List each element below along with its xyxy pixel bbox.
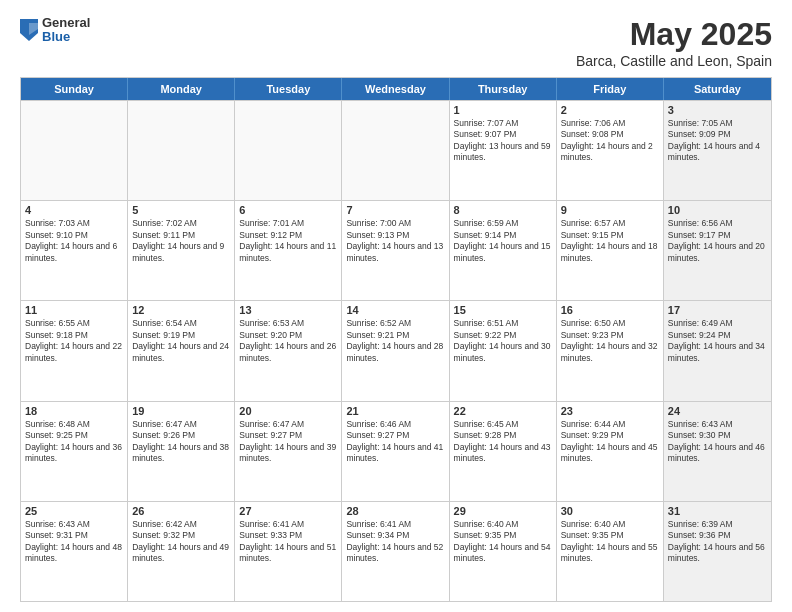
day-number: 29 <box>454 505 552 517</box>
calendar-cell <box>21 101 128 200</box>
cell-info: Sunrise: 6:41 AM Sunset: 9:33 PM Dayligh… <box>239 519 337 565</box>
logo-blue-text: Blue <box>42 30 90 44</box>
header: General Blue May 2025 Barca, Castille an… <box>20 16 772 69</box>
logo: General Blue <box>20 16 90 45</box>
day-number: 10 <box>668 204 767 216</box>
calendar-cell: 25Sunrise: 6:43 AM Sunset: 9:31 PM Dayli… <box>21 502 128 601</box>
logo-icon <box>20 19 38 41</box>
cell-info: Sunrise: 6:51 AM Sunset: 9:22 PM Dayligh… <box>454 318 552 364</box>
day-number: 18 <box>25 405 123 417</box>
calendar-cell: 10Sunrise: 6:56 AM Sunset: 9:17 PM Dayli… <box>664 201 771 300</box>
day-number: 1 <box>454 104 552 116</box>
day-number: 25 <box>25 505 123 517</box>
cell-info: Sunrise: 6:43 AM Sunset: 9:30 PM Dayligh… <box>668 419 767 465</box>
cell-info: Sunrise: 6:42 AM Sunset: 9:32 PM Dayligh… <box>132 519 230 565</box>
day-number: 7 <box>346 204 444 216</box>
calendar-week-row: 25Sunrise: 6:43 AM Sunset: 9:31 PM Dayli… <box>21 501 771 601</box>
cell-info: Sunrise: 6:53 AM Sunset: 9:20 PM Dayligh… <box>239 318 337 364</box>
cell-info: Sunrise: 6:47 AM Sunset: 9:26 PM Dayligh… <box>132 419 230 465</box>
calendar-day-header: Friday <box>557 78 664 100</box>
day-number: 22 <box>454 405 552 417</box>
calendar-cell: 15Sunrise: 6:51 AM Sunset: 9:22 PM Dayli… <box>450 301 557 400</box>
calendar-cell: 6Sunrise: 7:01 AM Sunset: 9:12 PM Daylig… <box>235 201 342 300</box>
calendar-cell: 14Sunrise: 6:52 AM Sunset: 9:21 PM Dayli… <box>342 301 449 400</box>
calendar-cell: 24Sunrise: 6:43 AM Sunset: 9:30 PM Dayli… <box>664 402 771 501</box>
day-number: 8 <box>454 204 552 216</box>
day-number: 11 <box>25 304 123 316</box>
day-number: 17 <box>668 304 767 316</box>
day-number: 20 <box>239 405 337 417</box>
day-number: 26 <box>132 505 230 517</box>
logo-general-text: General <box>42 16 90 30</box>
day-number: 12 <box>132 304 230 316</box>
cell-info: Sunrise: 6:48 AM Sunset: 9:25 PM Dayligh… <box>25 419 123 465</box>
cell-info: Sunrise: 6:47 AM Sunset: 9:27 PM Dayligh… <box>239 419 337 465</box>
day-number: 6 <box>239 204 337 216</box>
cell-info: Sunrise: 6:50 AM Sunset: 9:23 PM Dayligh… <box>561 318 659 364</box>
calendar-cell <box>342 101 449 200</box>
subtitle: Barca, Castille and Leon, Spain <box>576 53 772 69</box>
cell-info: Sunrise: 7:06 AM Sunset: 9:08 PM Dayligh… <box>561 118 659 164</box>
calendar-cell: 27Sunrise: 6:41 AM Sunset: 9:33 PM Dayli… <box>235 502 342 601</box>
calendar-day-header: Monday <box>128 78 235 100</box>
calendar-week-row: 1Sunrise: 7:07 AM Sunset: 9:07 PM Daylig… <box>21 100 771 200</box>
calendar-day-header: Wednesday <box>342 78 449 100</box>
day-number: 14 <box>346 304 444 316</box>
calendar-cell: 22Sunrise: 6:45 AM Sunset: 9:28 PM Dayli… <box>450 402 557 501</box>
day-number: 5 <box>132 204 230 216</box>
calendar-cell: 8Sunrise: 6:59 AM Sunset: 9:14 PM Daylig… <box>450 201 557 300</box>
calendar-body: 1Sunrise: 7:07 AM Sunset: 9:07 PM Daylig… <box>21 100 771 601</box>
calendar-cell: 28Sunrise: 6:41 AM Sunset: 9:34 PM Dayli… <box>342 502 449 601</box>
calendar-cell: 19Sunrise: 6:47 AM Sunset: 9:26 PM Dayli… <box>128 402 235 501</box>
calendar-cell: 16Sunrise: 6:50 AM Sunset: 9:23 PM Dayli… <box>557 301 664 400</box>
calendar-week-row: 4Sunrise: 7:03 AM Sunset: 9:10 PM Daylig… <box>21 200 771 300</box>
day-number: 2 <box>561 104 659 116</box>
calendar-cell: 12Sunrise: 6:54 AM Sunset: 9:19 PM Dayli… <box>128 301 235 400</box>
calendar-cell: 20Sunrise: 6:47 AM Sunset: 9:27 PM Dayli… <box>235 402 342 501</box>
cell-info: Sunrise: 7:03 AM Sunset: 9:10 PM Dayligh… <box>25 218 123 264</box>
cell-info: Sunrise: 6:59 AM Sunset: 9:14 PM Dayligh… <box>454 218 552 264</box>
calendar-day-header: Tuesday <box>235 78 342 100</box>
calendar-cell <box>235 101 342 200</box>
calendar-cell: 23Sunrise: 6:44 AM Sunset: 9:29 PM Dayli… <box>557 402 664 501</box>
cell-info: Sunrise: 6:54 AM Sunset: 9:19 PM Dayligh… <box>132 318 230 364</box>
day-number: 13 <box>239 304 337 316</box>
calendar-day-header: Saturday <box>664 78 771 100</box>
logo-text: General Blue <box>42 16 90 45</box>
calendar-cell: 30Sunrise: 6:40 AM Sunset: 9:35 PM Dayli… <box>557 502 664 601</box>
day-number: 24 <box>668 405 767 417</box>
calendar-cell: 11Sunrise: 6:55 AM Sunset: 9:18 PM Dayli… <box>21 301 128 400</box>
day-number: 28 <box>346 505 444 517</box>
calendar-cell: 1Sunrise: 7:07 AM Sunset: 9:07 PM Daylig… <box>450 101 557 200</box>
day-number: 27 <box>239 505 337 517</box>
calendar-cell: 17Sunrise: 6:49 AM Sunset: 9:24 PM Dayli… <box>664 301 771 400</box>
calendar-cell <box>128 101 235 200</box>
cell-info: Sunrise: 6:45 AM Sunset: 9:28 PM Dayligh… <box>454 419 552 465</box>
cell-info: Sunrise: 7:01 AM Sunset: 9:12 PM Dayligh… <box>239 218 337 264</box>
day-number: 16 <box>561 304 659 316</box>
calendar-cell: 29Sunrise: 6:40 AM Sunset: 9:35 PM Dayli… <box>450 502 557 601</box>
calendar-cell: 21Sunrise: 6:46 AM Sunset: 9:27 PM Dayli… <box>342 402 449 501</box>
main-title: May 2025 <box>576 16 772 53</box>
cell-info: Sunrise: 6:52 AM Sunset: 9:21 PM Dayligh… <box>346 318 444 364</box>
page: General Blue May 2025 Barca, Castille an… <box>0 0 792 612</box>
calendar-week-row: 18Sunrise: 6:48 AM Sunset: 9:25 PM Dayli… <box>21 401 771 501</box>
calendar-cell: 4Sunrise: 7:03 AM Sunset: 9:10 PM Daylig… <box>21 201 128 300</box>
cell-info: Sunrise: 7:00 AM Sunset: 9:13 PM Dayligh… <box>346 218 444 264</box>
cell-info: Sunrise: 6:40 AM Sunset: 9:35 PM Dayligh… <box>561 519 659 565</box>
cell-info: Sunrise: 6:55 AM Sunset: 9:18 PM Dayligh… <box>25 318 123 364</box>
cell-info: Sunrise: 6:40 AM Sunset: 9:35 PM Dayligh… <box>454 519 552 565</box>
calendar-week-row: 11Sunrise: 6:55 AM Sunset: 9:18 PM Dayli… <box>21 300 771 400</box>
calendar-cell: 18Sunrise: 6:48 AM Sunset: 9:25 PM Dayli… <box>21 402 128 501</box>
cell-info: Sunrise: 6:39 AM Sunset: 9:36 PM Dayligh… <box>668 519 767 565</box>
cell-info: Sunrise: 6:46 AM Sunset: 9:27 PM Dayligh… <box>346 419 444 465</box>
cell-info: Sunrise: 6:44 AM Sunset: 9:29 PM Dayligh… <box>561 419 659 465</box>
day-number: 30 <box>561 505 659 517</box>
calendar-cell: 2Sunrise: 7:06 AM Sunset: 9:08 PM Daylig… <box>557 101 664 200</box>
calendar-cell: 31Sunrise: 6:39 AM Sunset: 9:36 PM Dayli… <box>664 502 771 601</box>
cell-info: Sunrise: 6:41 AM Sunset: 9:34 PM Dayligh… <box>346 519 444 565</box>
calendar-day-header: Sunday <box>21 78 128 100</box>
day-number: 19 <box>132 405 230 417</box>
day-number: 4 <box>25 204 123 216</box>
calendar-cell: 5Sunrise: 7:02 AM Sunset: 9:11 PM Daylig… <box>128 201 235 300</box>
